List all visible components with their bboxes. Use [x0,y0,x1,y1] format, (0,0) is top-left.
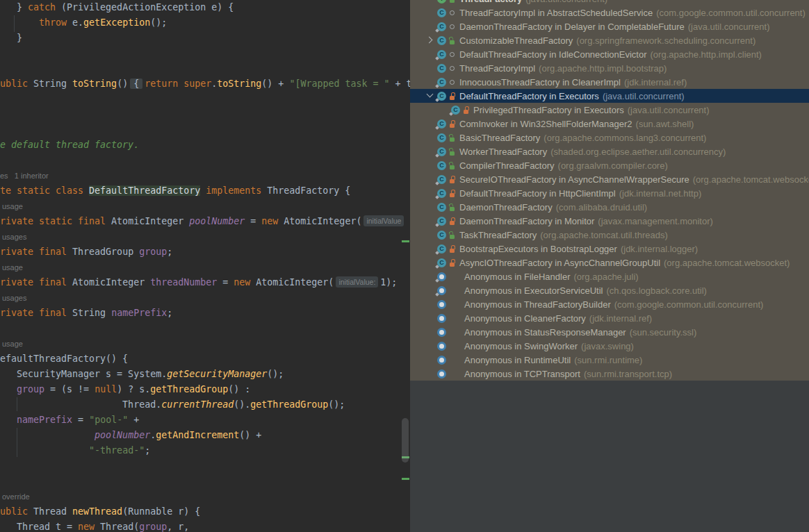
class-icon: C [437,64,446,73]
list-item[interactable]: CCompilerThreadFactory(org.graalvm.compi… [410,158,809,172]
list-item[interactable]: CDefaultThreadFactory in HttpClientImpl(… [410,186,809,200]
class-name: PrivilegedThreadFactory in Executors [473,105,624,115]
class-icon: C [437,78,446,87]
visibility-placeholder [449,286,461,295]
list-item[interactable]: CBasicThreadFactory(org.apache.commons.l… [410,131,809,144]
class-name: BasicThreadFactory [459,133,540,143]
list-item[interactable]: CDaemonThreadFactory in Monitor(javax.ma… [410,214,809,228]
anonymous-class-icon [437,369,446,379]
class-name: CustomizableThreadFactory [459,35,573,46]
list-item[interactable]: CBootstrapExecutors in BootstrapLogger(j… [410,242,809,256]
list-item[interactable]: CPrivilegedThreadFactory in Executors(ja… [410,103,809,117]
class-icon: C [437,217,446,226]
package-name: (com.google.common.util.concurrent) [656,8,806,18]
class-name: Anonymous in FileHandler [464,272,570,282]
inlay-hint-line: usage [2,199,23,214]
chevron-placeholder [426,158,437,172]
list-item[interactable]: CDefaultThreadFactory in IdleConnectionE… [410,47,809,61]
code-line: e default thread factory. [0,138,139,153]
package-name: (java.util.concurrent) [603,91,685,101]
inlay-hint-line: usages [2,290,26,306]
package-name: (ch.qos.logback.core.util) [606,285,707,296]
list-item[interactable]: CComInvoker in Win32ShellFolderManager2(… [410,117,809,131]
package-name: (org.springframework.scheduling.concurre… [576,35,755,46]
chevron-placeholder [426,297,437,311]
public-visibility-icon [449,161,456,170]
list-item[interactable]: CDefaultThreadFactory in Executors(java.… [410,89,809,103]
list-item[interactable]: Anonymous in SwingWorker(javax.swing) [410,339,809,353]
public-visibility-icon [449,231,456,240]
list-item[interactable]: CTaskThreadFactory(org.apache.tomcat.uti… [410,228,809,242]
class-name: Anonymous in ExecutorServiceUtil [464,285,603,296]
class-icon: C [437,133,446,142]
list-item[interactable]: Anonymous in FileHandler(org.apache.juli… [410,269,809,283]
class-name: WorkerThreadFactory [459,147,547,157]
list-item[interactable]: CSecureIOThreadFactory in AsyncChannelWr… [410,172,809,186]
chevron-placeholder [426,6,437,19]
public-visibility-icon [449,147,456,156]
list-item[interactable]: CThreadFactoryImpl in AbstractScheduledS… [410,6,809,19]
package-name: (org.apache.http.impl.client) [651,49,762,60]
class-name: BootstrapExecutors in BootstrapLogger [459,244,617,254]
chevron-placeholder [426,131,437,144]
code-line: rivate static final AtomicInteger poolNu… [0,214,406,229]
vcs-change-marker [402,478,409,480]
package-name: (jdk.internal.ref) [624,77,687,88]
class-icon: C [437,258,446,267]
class-name: ThreadFactoryImpl in AbstractScheduledSe… [459,8,653,18]
class-name: Anonymous in StatusResponseManager [464,327,626,338]
package-name: (javax.swing) [581,341,634,351]
list-item[interactable]: Anonymous in ExecutorServiceUtil(ch.qos.… [410,283,809,297]
list-item[interactable]: CWorkerThreadFactory(shaded.org.eclipse.… [410,144,809,158]
package-name: (jdk.internal.ref) [589,313,652,324]
list-item[interactable]: Anonymous in StatusResponseManager(sun.s… [410,325,809,339]
package-name: (org.apache.juli) [573,272,638,282]
list-item[interactable]: CAsyncIOThreadFactory in AsyncChannelGro… [410,256,809,269]
interface-icon: I [437,0,446,3]
chevron-right-icon[interactable] [426,33,437,47]
class-name: DaemonThreadFactory [459,202,553,213]
class-name: CompilerThreadFactory [459,160,555,171]
public-visibility-icon [449,0,456,3]
anonymous-class-icon [437,356,446,365]
visibility-placeholder [449,314,461,323]
code-line: } catch (PrivilegedActionException e) { [0,0,234,15]
public-visibility-icon [449,203,456,212]
editor-scrollbar-thumb[interactable] [402,418,409,463]
package-name: (com.alibaba.druid.util) [556,202,648,213]
package-name: (com.google.common.util.concurrent) [614,299,764,310]
list-item[interactable]: CCustomizableThreadFactory(org.springfra… [410,33,809,47]
package-name: (org.graalvm.compiler.core) [558,160,668,171]
list-item[interactable]: Anonymous in RuntimeUtil(sun.rmi.runtime… [410,353,809,367]
public-visibility-icon [449,133,456,142]
anonymous-class-icon [437,300,446,309]
list-item[interactable]: IThreadFactory(java.util.concurrent) [410,0,809,6]
inlay-hint-line: es 1 inheritor [0,168,49,183]
private-visibility-icon [449,189,456,198]
list-item[interactable]: CDaemonThreadFactory(com.alibaba.druid.u… [410,200,809,214]
list-item[interactable]: CThreadFactoryImpl(org.apache.http.impl.… [410,61,809,75]
class-name: Anonymous in CleanerFactory [464,313,586,324]
inlay-hint-line: usage [2,336,23,351]
package-name: (java.util.concurrent) [525,0,607,4]
list-item[interactable]: CInnocuousThreadFactory in CleanerImpl(j… [410,75,809,89]
private-visibility-icon [463,106,470,115]
list-item[interactable]: Anonymous in ThreadFactoryBuilder(com.go… [410,297,809,311]
class-name: SecureIOThreadFactory in AsyncChannelWra… [459,174,689,185]
code-line: rivate final String namePrefix; [0,306,172,321]
list-item[interactable]: Anonymous in CleanerFactory(jdk.internal… [410,311,809,325]
class-name: Anonymous in SwingWorker [464,341,578,351]
class-name: Anonymous in ThreadFactoryBuilder [464,299,611,310]
class-icon: C [437,244,446,253]
class-name: ThreadFactory [459,0,522,4]
package-name: (sun.rmi.transport.tcp) [584,369,672,379]
class-icon: C [437,119,446,128]
class-icon: C [437,189,446,198]
list-item[interactable]: Anonymous in TCPTransport(sun.rmi.transp… [410,367,809,381]
private-visibility-icon [449,119,456,128]
list-item[interactable]: CDaemonThreadFactory in Delayer in Compl… [410,19,809,33]
class-name: DefaultThreadFactory in Executors [459,91,599,101]
code-editor[interactable]: } catch (PrivilegedActionException e) { … [0,0,410,532]
implementations-list: IThreadFactory(java.util.concurrent)CThr… [410,0,809,381]
indent-guide [14,15,15,32]
